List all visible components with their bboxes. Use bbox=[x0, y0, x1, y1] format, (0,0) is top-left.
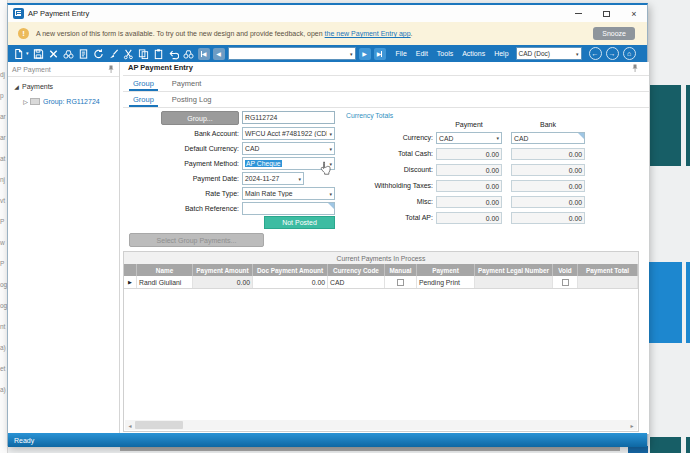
col-doc-payment-amount[interactable]: Doc Payment Amount bbox=[253, 264, 328, 276]
bank-currency-field[interactable]: CAD bbox=[511, 132, 585, 144]
menu-tools[interactable]: Tools bbox=[437, 50, 453, 57]
desktop-tile bbox=[686, 437, 690, 453]
new-document-caret-icon[interactable]: ▾ bbox=[26, 50, 29, 56]
menu-actions[interactable]: Actions bbox=[462, 50, 485, 57]
menu-help[interactable]: Help bbox=[494, 50, 508, 57]
tree-node-payments[interactable]: ◢ Payments bbox=[8, 81, 119, 92]
cell-payment[interactable]: Pending Print bbox=[417, 276, 475, 288]
cell-payment-amount[interactable]: 0.00 bbox=[193, 276, 253, 288]
col-manual[interactable]: Manual bbox=[385, 264, 417, 276]
payment-method-label: Payment Method: bbox=[126, 157, 239, 170]
cell-payment-legal-number[interactable] bbox=[475, 276, 553, 288]
cell-void bbox=[553, 276, 578, 288]
cut-icon[interactable] bbox=[123, 48, 134, 60]
payments-grid: Current Payments In Process Name Payment… bbox=[123, 251, 639, 432]
group-icon bbox=[30, 98, 40, 105]
home-button[interactable]: ⌂ bbox=[623, 47, 636, 60]
total-ap-bank: 0.00 bbox=[511, 212, 585, 224]
tab-group[interactable]: Group bbox=[129, 79, 158, 91]
chevron-down-icon: ▾ bbox=[327, 191, 334, 197]
pin-icon[interactable] bbox=[631, 64, 639, 73]
group-number-field[interactable]: RG112724 bbox=[242, 111, 335, 124]
default-currency-label: Default Currency: bbox=[126, 142, 239, 155]
col-name[interactable]: Name bbox=[137, 264, 193, 276]
desktop-tile bbox=[650, 85, 681, 166]
undo-icon[interactable] bbox=[168, 48, 179, 60]
new-app-link[interactable]: the new Payment Entry app bbox=[325, 30, 411, 37]
col-payment[interactable]: Payment bbox=[417, 264, 475, 276]
scroll-right-icon[interactable]: ▸ bbox=[627, 422, 637, 429]
doc-currency-select[interactable]: CAD (Doc)▾ bbox=[516, 47, 582, 60]
desktop-tile bbox=[686, 85, 690, 166]
cell-name[interactable]: Randi Giuliani bbox=[137, 276, 193, 288]
scroll-left-icon[interactable]: ◂ bbox=[125, 422, 135, 429]
rate-type-select[interactable]: Main Rate Type▾ bbox=[242, 187, 335, 200]
select-group-payments-button[interactable]: Select Group Payments... bbox=[129, 233, 264, 247]
minimize-icon[interactable] bbox=[573, 9, 583, 19]
banner-message: A new version of this form is available.… bbox=[36, 30, 413, 37]
default-currency-select[interactable]: CAD▾ bbox=[242, 142, 335, 155]
pin-icon[interactable] bbox=[107, 65, 115, 74]
chevron-down-icon: ▾ bbox=[348, 51, 355, 57]
form-icon[interactable] bbox=[78, 48, 89, 60]
tree-node-group[interactable]: ▷ Group: RG112724 bbox=[8, 96, 119, 107]
payment-currency-select[interactable]: CAD▾ bbox=[436, 132, 502, 144]
currency-label: Currency: bbox=[346, 132, 433, 144]
desktop-strip bbox=[628, 446, 648, 453]
col-payment-legal-number[interactable]: Payment Legal Number bbox=[475, 264, 553, 276]
misc-bank: 0.00 bbox=[511, 196, 585, 208]
void-checkbox[interactable] bbox=[562, 279, 569, 286]
group-button[interactable]: Group... bbox=[161, 111, 239, 125]
menu-edit[interactable]: Edit bbox=[416, 50, 428, 57]
cell-doc-payment-amount[interactable]: 0.00 bbox=[253, 276, 328, 288]
desktop: djpararatnjvtPwPogognta)eta) AP Payment … bbox=[0, 0, 690, 453]
col-currency-code[interactable]: Currency Code bbox=[328, 264, 385, 276]
discount-bank: 0.00 bbox=[511, 164, 585, 176]
copy-icon[interactable] bbox=[138, 48, 149, 60]
refresh-icon[interactable] bbox=[93, 48, 104, 60]
record-combobox[interactable]: ▾ bbox=[228, 47, 356, 60]
maximize-icon[interactable] bbox=[601, 9, 611, 19]
forward-button[interactable]: → bbox=[606, 47, 619, 60]
tab-payment[interactable]: Payment bbox=[168, 79, 206, 91]
note-corner-icon bbox=[578, 133, 584, 139]
col-void[interactable]: Void bbox=[553, 264, 578, 276]
col-payment-amount[interactable]: Payment Amount bbox=[193, 264, 253, 276]
brush-icon[interactable] bbox=[108, 48, 119, 60]
cell-currency-code[interactable]: CAD bbox=[328, 276, 385, 288]
nav-prev-button[interactable]: ◀ bbox=[213, 48, 225, 60]
bank-account-select[interactable]: WFCU Acct #7481922 (CDN)▾ bbox=[242, 127, 335, 140]
back-button[interactable]: ← bbox=[589, 47, 602, 60]
save-icon[interactable] bbox=[33, 48, 44, 60]
status-bar: Ready bbox=[8, 433, 647, 447]
tab-group-inner[interactable]: Group bbox=[129, 95, 158, 107]
nav-last-button[interactable]: ▶ bbox=[374, 48, 386, 60]
tab-row-outer: Group Payment bbox=[123, 76, 649, 92]
menu-file[interactable]: File bbox=[396, 50, 407, 57]
paste-icon[interactable] bbox=[153, 48, 164, 60]
selector-column-header bbox=[124, 264, 137, 276]
nav-first-button[interactable]: ◀ bbox=[198, 48, 210, 60]
col-payment-total[interactable]: Payment Total bbox=[578, 264, 638, 276]
tab-posting-log[interactable]: Posting Log bbox=[168, 95, 216, 107]
close-icon[interactable]: × bbox=[629, 9, 639, 19]
toolbar: ▾ ◀ ◀ ▾ ▶ ▶ File Edit Tools Actions Help bbox=[8, 45, 647, 62]
horizontal-scrollbar[interactable]: ◂ ▸ bbox=[125, 420, 637, 430]
menu-bar: File Edit Tools Actions Help bbox=[396, 50, 509, 57]
manual-checkbox[interactable] bbox=[397, 279, 404, 286]
find-next-icon[interactable] bbox=[183, 48, 194, 60]
snooze-button[interactable]: Snooze bbox=[593, 27, 635, 40]
batch-reference-field[interactable] bbox=[242, 202, 335, 215]
payment-date-picker[interactable]: 2024-11-27▾ bbox=[242, 172, 304, 185]
cell-payment-total[interactable] bbox=[578, 276, 638, 288]
delete-icon[interactable] bbox=[48, 48, 59, 60]
nav-next-button[interactable]: ▶ bbox=[359, 48, 371, 60]
tree-collapsed-icon[interactable]: ▷ bbox=[22, 98, 29, 105]
tree-expanded-icon[interactable]: ◢ bbox=[13, 83, 20, 90]
new-document-icon[interactable] bbox=[13, 48, 24, 60]
desktop-tile bbox=[649, 262, 682, 343]
scrollbar-thumb[interactable] bbox=[135, 421, 183, 429]
find-icon[interactable] bbox=[63, 48, 74, 60]
table-row[interactable]: ▶ Randi Giuliani 0.00 0.00 CAD Pending P… bbox=[124, 276, 638, 289]
total-cash-bank: 0.00 bbox=[511, 148, 585, 160]
